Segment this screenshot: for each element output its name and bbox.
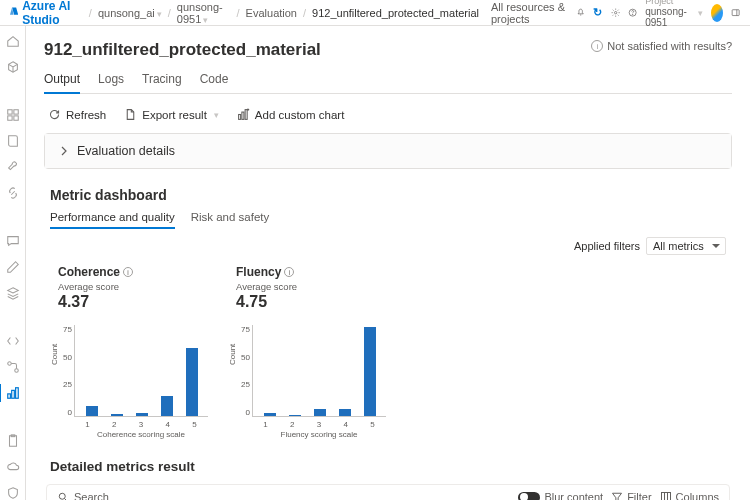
applied-filters-select[interactable]: All metrics: [646, 237, 726, 255]
book-icon[interactable]: [6, 134, 20, 148]
tools-icon[interactable]: [6, 160, 20, 174]
chevron-down-icon: ▾: [157, 9, 162, 19]
bar: [264, 413, 276, 416]
cube-icon[interactable]: [6, 60, 20, 74]
info-icon[interactable]: i: [284, 267, 294, 277]
project-selector[interactable]: Project qunsong-0951: [645, 0, 688, 28]
breadcrumb-item-1[interactable]: qunsong-0951▾: [177, 1, 231, 25]
pencil-icon[interactable]: [6, 260, 20, 274]
plot-area: [252, 325, 386, 417]
help-icon[interactable]: [628, 6, 637, 20]
panel-right-icon[interactable]: [731, 6, 740, 20]
code-icon[interactable]: [6, 334, 20, 348]
toolbar: Refresh Export result ▾ Add custom chart: [44, 104, 732, 133]
avg-score-value: 4.75: [236, 293, 386, 311]
chevron-down-icon: ▾: [698, 8, 703, 18]
cloud-icon[interactable]: [6, 460, 20, 474]
svg-point-12: [14, 369, 18, 373]
breadcrumb-item-3[interactable]: 912_unfiltered_protected_material: [312, 7, 479, 19]
chevron-down-icon: ▾: [203, 15, 208, 25]
metric-dashboard-heading: Metric dashboard: [50, 187, 732, 203]
coherence-plot: Count 75 50 25 0 12345 Coherence scoring…: [58, 325, 208, 435]
refresh-icon: [48, 108, 61, 121]
bar: [161, 396, 173, 416]
tab-output[interactable]: Output: [44, 68, 80, 94]
svg-point-2: [614, 11, 616, 13]
search-input[interactable]: Search: [57, 491, 109, 500]
filter-icon: [611, 491, 623, 500]
svg-point-21: [59, 493, 65, 499]
tab-code[interactable]: Code: [200, 68, 229, 93]
metric-subtabs: Performance and quality Risk and safety: [50, 209, 732, 229]
bar: [364, 327, 376, 416]
svg-point-4: [632, 14, 633, 15]
subtab-performance-quality[interactable]: Performance and quality: [50, 209, 175, 229]
export-result-button[interactable]: Export result ▾: [124, 108, 219, 121]
gear-icon[interactable]: [611, 6, 620, 20]
subtab-risk-safety[interactable]: Risk and safety: [191, 209, 270, 229]
y-axis-ticks: 75 50 25 0: [236, 325, 250, 417]
columns-icon: [660, 491, 672, 500]
add-chart-button[interactable]: Add custom chart: [237, 108, 344, 121]
link-icon[interactable]: [6, 186, 20, 200]
x-axis-ticks: 12345: [74, 420, 208, 429]
feedback-link[interactable]: i Not satisfied with results?: [591, 40, 732, 52]
svg-rect-13: [7, 394, 10, 398]
svg-rect-8: [13, 110, 17, 114]
detailed-metrics-heading: Detailed metrics result: [50, 459, 732, 474]
results-toolbar: Search Blur content Filter Columns: [46, 484, 730, 500]
all-resources-link[interactable]: All resources & projects: [491, 1, 568, 25]
svg-rect-14: [11, 390, 14, 398]
top-bar: Azure AI Studio / qunsong_ai▾ / qunsong-…: [0, 0, 750, 26]
avg-score-label: Average score: [236, 281, 386, 292]
breadcrumb-item-0[interactable]: qunsong_ai▾: [98, 7, 162, 19]
svg-rect-15: [15, 388, 18, 399]
bar: [339, 409, 351, 416]
avatar[interactable]: [711, 4, 723, 22]
svg-rect-16: [9, 436, 16, 447]
x-axis-ticks: 12345: [252, 420, 386, 429]
evaluation-details-card: Evaluation details: [44, 133, 732, 169]
info-icon[interactable]: i: [123, 267, 133, 277]
bar: [289, 415, 301, 416]
chat-icon[interactable]: [6, 234, 20, 248]
toggle-icon: [518, 492, 540, 501]
x-axis-label: Coherence scoring scale: [74, 430, 208, 439]
tab-tracing[interactable]: Tracing: [142, 68, 182, 93]
blur-content-toggle[interactable]: Blur content: [518, 491, 603, 500]
breadcrumb-item-2[interactable]: Evaluation: [246, 7, 297, 19]
sync-icon[interactable]: ↻: [593, 6, 602, 20]
flow-icon[interactable]: [6, 360, 20, 374]
avg-score-value: 4.37: [58, 293, 208, 311]
brand[interactable]: Azure AI Studio: [10, 0, 83, 27]
filter-button[interactable]: Filter: [611, 491, 651, 500]
svg-rect-7: [7, 110, 11, 114]
shield-icon[interactable]: [6, 486, 20, 500]
chart-coherence: Coherence i Average score 4.37 Count 75 …: [58, 265, 208, 435]
charts-row: Coherence i Average score 4.37 Count 75 …: [58, 265, 732, 435]
refresh-button[interactable]: Refresh: [48, 108, 106, 121]
layers-icon[interactable]: [6, 286, 20, 300]
home-icon[interactable]: [6, 34, 20, 48]
applied-filters-row: Applied filters All metrics: [44, 237, 726, 255]
avg-score-label: Average score: [58, 281, 208, 292]
search-icon: [57, 491, 69, 500]
grid-icon[interactable]: [6, 108, 20, 122]
fluency-plot: Count 75 50 25 0 12345 Fluency scoring s…: [236, 325, 386, 435]
info-icon: i: [591, 40, 603, 52]
svg-rect-10: [13, 116, 17, 120]
chart-title: Coherence: [58, 265, 120, 279]
evaluation-icon[interactable]: [6, 386, 20, 400]
bar: [314, 409, 326, 416]
clipboard-icon[interactable]: [6, 434, 20, 448]
side-rail: [0, 26, 26, 500]
columns-button[interactable]: Columns: [660, 491, 719, 500]
evaluation-details-toggle[interactable]: Evaluation details: [45, 134, 731, 168]
bar: [86, 406, 98, 416]
bell-icon[interactable]: [576, 6, 585, 20]
brand-text: Azure AI Studio: [22, 0, 83, 27]
chevron-right-icon: [59, 146, 69, 156]
plot-area: [74, 325, 208, 417]
tab-logs[interactable]: Logs: [98, 68, 124, 93]
azure-logo-icon: [10, 7, 18, 19]
